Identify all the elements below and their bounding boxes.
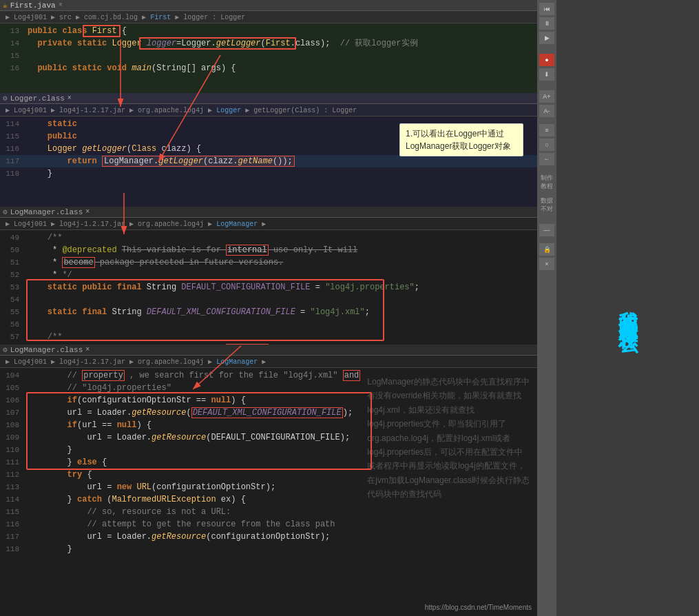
breadcrumb-text: ▶ Log4j001 ▶ src ▶ com.cj.bd.log ▶ First…: [6, 13, 245, 21]
p3-line-54: 54: [0, 294, 537, 306]
p4-line-111: 111 } else {: [0, 456, 360, 469]
panel3-close[interactable]: ×: [85, 208, 90, 216]
p4-line-105: 105 // "log4j.properties": [0, 382, 360, 394]
panel2-loggerclass: ⚙ Logger.class × ▶ Log4j001 ▶ log4j-1.2.…: [0, 93, 537, 207]
java-file-icon: ☕: [3, 1, 8, 10]
panel1-firstjava: ☕ First.java × ▶ Log4j001 ▶ src ▶ com.cj…: [0, 0, 537, 93]
code-line-16: 16 public static void main(String[] args…: [0, 62, 537, 74]
p4-line-114: 114 } catch (MalformedURLException ex) {: [0, 493, 360, 506]
class-file-icon: ⚙: [3, 94, 8, 103]
code-line-117: 117 return LogManager.getLogger(clazz.ge…: [0, 155, 537, 167]
panel4-title: LogManager.class: [10, 346, 83, 354]
panel4-code: 104 // property , we search first for th…: [0, 368, 537, 557]
p4-line-107: 107 url = Loader.getResource(DEFAULT_XML…: [0, 407, 360, 419]
sidebar-pause-btn[interactable]: ⏸: [539, 17, 554, 30]
sidebar-circle-btn[interactable]: ○: [539, 138, 554, 151]
code-line-15: 15: [0, 50, 537, 62]
p4-bc: ▶ Log4j001 ▶ log4j-1.2.17.jar ▶ org.apac…: [6, 358, 266, 366]
sidebar-menu-btn[interactable]: ≡: [539, 124, 554, 136]
p4-line-113: 113 url = new URL(configurationOptionStr…: [0, 481, 360, 493]
p4-line-112: 112 try {: [0, 469, 360, 481]
panel2-title: Logger.class: [10, 94, 65, 103]
code-panels-area: ☕ First.java × ▶ Log4j001 ▶ src ▶ com.cj…: [0, 0, 537, 616]
panel1-title: First.java: [10, 1, 56, 10]
panel3-breadcrumb: ▶ Log4j001 ▶ log4j-1.2.17.jar ▶ org.apac…: [0, 218, 537, 230]
p3-bc: ▶ Log4j001 ▶ log4j-1.2.17.jar ▶ org.apac…: [6, 220, 266, 228]
panel4-code-left: 104 // property , we search first for th…: [0, 369, 360, 555]
code-line-13: 13 public class First {: [0, 25, 537, 37]
panel4-logmanager-bottom: ⚙ LogManager.class × ▶ Log4j001 ▶ log4j-…: [0, 345, 537, 616]
sidebar-skip-btn[interactable]: ⏮: [539, 3, 554, 15]
panel4-annotation: LogManager的静态代码块中会先直找程序中有没有override相关功能，…: [360, 369, 537, 555]
panel4-close[interactable]: ×: [85, 346, 90, 353]
panel2-close[interactable]: ×: [67, 94, 72, 102]
p3-line-57: 57 /**: [0, 331, 537, 343]
p4-line-106: 106 if(configurationOptionStr == null) {: [0, 394, 360, 407]
p4-line-109: 109 url = Loader.getResource(DEFAULT_CON…: [0, 431, 360, 444]
panel2-code: 114 static 115 public 116 Logger getLogg…: [0, 116, 537, 215]
sidebar-make-label: 制作教程: [541, 175, 553, 191]
p4-line-116: 116 // attempt to get the resource from …: [0, 518, 360, 531]
p3-line-56: 56: [0, 318, 537, 331]
p3-class-icon: ⚙: [3, 207, 8, 216]
panel1-breadcrumb: ▶ Log4j001 ▶ src ▶ com.cj.bd.log ▶ First…: [0, 11, 537, 23]
panel3-logmanager-top: ⚙ LogManager.class × ▶ Log4j001 ▶ log4j-…: [0, 207, 537, 345]
sidebar-record-btn[interactable]: ●: [539, 54, 554, 66]
p4-line-108: 108 if(url == null) {: [0, 419, 360, 431]
right-sidebar: ⏮ ⏸ ▶ ● ⬇ A+ A- ≡ ○ ← 制作教程 数据不对 —: [537, 0, 699, 616]
panel4-breadcrumb: ▶ Log4j001 ▶ log4j-1.2.17.jar ▶ org.apac…: [0, 356, 537, 368]
p4-line-117: 117 url = Loader.getResource(configurati…: [0, 531, 360, 543]
sidebar-dash-btn[interactable]: —: [539, 224, 554, 236]
p4-line-104: 104 // property , we search first for th…: [0, 369, 360, 382]
panel1-code: 13 public class First { 14 private stati…: [0, 23, 537, 101]
sidebar-data-label: 数据不对: [541, 198, 553, 214]
p3-line-50: 50 * @deprecated This variable is for in…: [0, 244, 537, 256]
sidebar-play-btn[interactable]: ▶: [539, 32, 554, 44]
sidebar-inner: ⏮ ⏸ ▶ ● ⬇ A+ A- ≡ ○ ← 制作教程 数据不对 —: [537, 0, 699, 616]
panel4-tab[interactable]: ⚙ LogManager.class ×: [0, 345, 537, 356]
p4-line-115: 115 // so, resource is not a URL:: [0, 506, 360, 518]
sidebar-main-text: 我很明白你在想什么: [556, 289, 699, 327]
csdn-link: https://blog.csdn.net/TimeMoments: [425, 601, 532, 613]
p3-line-49: 49 /**: [0, 232, 537, 244]
p2-bc: ▶ Log4j001 ▶ log4j-1.2.17.jar ▶ org.apac…: [6, 106, 357, 114]
p3-line-55: 55 static final String DEFAULT_XML_CONFI…: [0, 306, 537, 318]
panel3-tab[interactable]: ⚙ LogManager.class ×: [0, 207, 537, 218]
panel2-tab[interactable]: ⚙ Logger.class ×: [0, 93, 537, 104]
p4-class-icon: ⚙: [3, 345, 8, 354]
code-line-14: 14 private static Logger logger=Logger.g…: [0, 37, 537, 50]
sidebar-font-minus-btn[interactable]: A-: [539, 105, 554, 117]
sidebar-back-btn[interactable]: ←: [539, 153, 554, 165]
panel1-tab[interactable]: ☕ First.java ×: [0, 0, 537, 11]
p3-line-53: 53 static public final String DEFAULT_CO…: [0, 281, 537, 294]
p4-line-110: 110 }: [0, 444, 360, 456]
logger-annotation: 1.可以看出在Logger中通过LogManager获取Logger对象: [399, 123, 523, 156]
p3-line-52: 52 * */: [0, 269, 537, 281]
sidebar-font-plus-btn[interactable]: A+: [539, 90, 554, 103]
panel3-title: LogManager.class: [10, 208, 83, 216]
sidebar-lock-btn[interactable]: 🔒: [539, 243, 554, 256]
sidebar-controls: ⏮ ⏸ ▶ ● ⬇ A+ A- ≡ ○ ← 制作教程 数据不对 —: [537, 0, 556, 616]
code-line-118: 118 }: [0, 167, 537, 180]
sidebar-download-btn[interactable]: ⬇: [539, 68, 554, 81]
p4-line-118: 118 }: [0, 543, 360, 555]
panel1-close[interactable]: ×: [59, 1, 63, 9]
sidebar-vertical-text-area: 我很明白你在想什么: [556, 0, 699, 616]
p3-line-51: 51 * become package protected in future …: [0, 256, 537, 269]
sidebar-x-btn[interactable]: ×: [539, 258, 554, 270]
panel2-breadcrumb: ▶ Log4j001 ▶ log4j-1.2.17.jar ▶ org.apac…: [0, 104, 537, 116]
panel3-code: 49 /** 50 * @deprecated This variable is…: [0, 230, 537, 353]
